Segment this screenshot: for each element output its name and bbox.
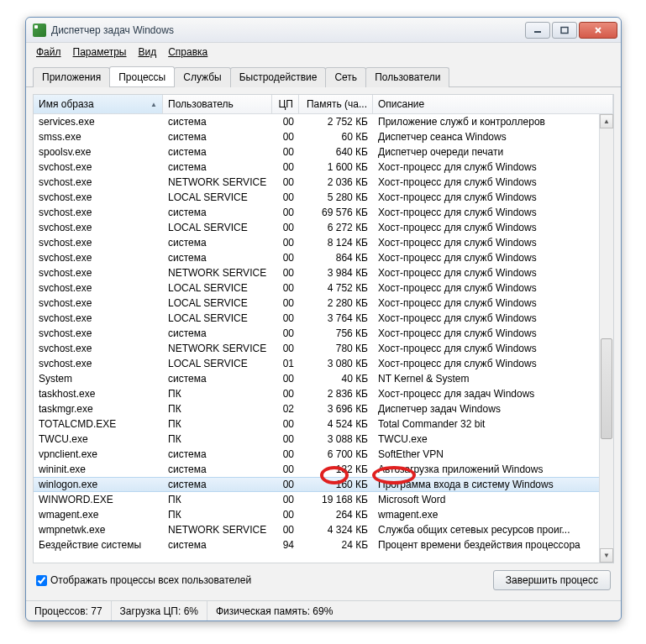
table-row[interactable]: svchost.exeLOCAL SERVICE006 272 КБХост-п… [34, 220, 613, 235]
bottom-controls: Отображать процессы всех пользователей З… [33, 563, 614, 594]
table-row[interactable]: svchost.exeNETWORK SERVICE003 984 КБХост… [34, 265, 613, 280]
table-row[interactable]: svchost.exeNETWORK SERVICE002 036 КБХост… [34, 175, 613, 190]
tab-perf[interactable]: Быстродействие [230, 67, 327, 87]
table-row[interactable]: Systemсистема0040 КБNT Kernel & System [34, 371, 613, 386]
table-row[interactable]: svchost.exeсистема00864 КБХост-процесс д… [34, 250, 613, 265]
cell-image: vpnclient.exe [34, 448, 163, 460]
table-row[interactable]: wininit.exeсистема00132 КБАвтозагрузка п… [34, 462, 613, 477]
minimize-button[interactable] [525, 22, 550, 39]
table-row[interactable]: svchost.exeсистема008 124 КБХост-процесс… [34, 235, 613, 250]
show-all-users-checkbox[interactable]: Отображать процессы всех пользователей [36, 574, 486, 586]
cell-image: TOTALCMD.EXE [34, 418, 163, 430]
end-process-button[interactable]: Завершить процесс [493, 570, 611, 590]
menu-file[interactable]: Файл [31, 45, 66, 60]
cell-user: ПК [163, 388, 272, 400]
cell-user: система [163, 327, 272, 339]
table-row[interactable]: TWCU.exeПК003 088 КБTWCU.exe [34, 432, 613, 447]
table-row[interactable]: vpnclient.exeсистема006 700 КБSoftEther … [34, 447, 613, 462]
tab-net[interactable]: Сеть [325, 67, 366, 87]
cell-mem: 40 КБ [299, 373, 373, 385]
table-row[interactable]: svchost.exeсистема00756 КБХост-процесс д… [34, 326, 613, 341]
cell-desc: Хост-процесс для служб Windows [373, 358, 613, 369]
cell-cpu: 00 [272, 327, 299, 339]
table-row[interactable]: spoolsv.exeсистема00640 КБДиспетчер очер… [34, 144, 613, 160]
cell-mem: 1 600 КБ [299, 161, 373, 173]
cell-desc: Хост-процесс для служб Windows [373, 327, 613, 339]
col-user[interactable]: Пользователь [163, 95, 272, 113]
table-row[interactable]: svchost.exeLOCAL SERVICE002 280 КБХост-п… [34, 296, 613, 311]
cell-desc: Автозагрузка приложений Windows [373, 463, 613, 475]
cell-cpu: 00 [272, 282, 299, 294]
col-mem[interactable]: Память (ча... [299, 95, 373, 113]
tab-users[interactable]: Пользователи [365, 67, 449, 87]
cell-image: svchost.exe [34, 282, 163, 294]
vertical-scrollbar[interactable]: ▲ ▼ [599, 114, 613, 563]
cell-image: wininit.exe [34, 463, 163, 475]
svg-rect-1 [561, 27, 568, 33]
table-row[interactable]: services.exeсистема002 752 КБПриложение … [34, 114, 613, 129]
cell-cpu: 00 [272, 146, 299, 158]
col-image[interactable]: Имя образа▲ [34, 95, 163, 113]
cell-cpu: 00 [272, 131, 299, 143]
cell-image: svchost.exe [34, 207, 163, 218]
cell-mem: 864 КБ [299, 252, 373, 264]
cell-cpu: 00 [272, 509, 299, 521]
table-row[interactable]: taskmgr.exeПК023 696 КБДиспетчер задач W… [34, 401, 613, 416]
titlebar[interactable]: Диспетчер задач Windows [26, 18, 621, 43]
statusbar: Процессов: 77 Загрузка ЦП: 6% Физическая… [26, 600, 621, 620]
tab-services[interactable]: Службы [174, 67, 230, 87]
table-row[interactable]: svchost.exeLOCAL SERVICE003 764 КБХост-п… [34, 311, 613, 326]
cell-user: NETWORK SERVICE [163, 267, 272, 279]
scroll-down-button[interactable]: ▼ [600, 548, 613, 563]
table-row[interactable]: svchost.exeсистема0069 576 КБХост-процес… [34, 205, 613, 220]
tab-apps[interactable]: Приложения [33, 67, 110, 87]
cell-image: spoolsv.exe [34, 146, 163, 158]
cell-user: система [163, 252, 272, 264]
col-cpu[interactable]: ЦП [272, 95, 299, 113]
cell-cpu: 00 [272, 373, 299, 385]
table-row[interactable]: Бездействие системысистема9424 КБПроцент… [34, 537, 613, 552]
menu-view[interactable]: Вид [133, 45, 161, 60]
window-title: Диспетчер задач Windows [51, 24, 523, 36]
cell-user: система [163, 237, 272, 249]
table-row[interactable]: svchost.exeLOCAL SERVICE005 280 КБХост-п… [34, 190, 613, 205]
table-row[interactable]: svchost.exeLOCAL SERVICE013 080 КБХост-п… [34, 356, 613, 371]
cell-user: система [163, 479, 272, 490]
cell-cpu: 00 [272, 237, 299, 249]
scroll-thumb[interactable] [601, 338, 612, 439]
cell-user: система [163, 539, 272, 551]
col-desc[interactable]: Описание [373, 95, 613, 113]
tab-content: Имя образа▲ Пользователь ЦП Память (ча..… [26, 87, 621, 600]
cell-image: svchost.exe [34, 312, 163, 324]
cell-mem: 3 984 КБ [299, 267, 373, 279]
menu-options[interactable]: Параметры [68, 45, 132, 60]
maximize-button[interactable] [552, 22, 577, 39]
table-row[interactable]: winlogon.exeсистема00160 КБПрограмма вхо… [34, 477, 613, 492]
table-row[interactable]: svchost.exeсистема001 600 КБХост-процесс… [34, 160, 613, 175]
cell-user: система [163, 463, 272, 475]
show-all-users-input[interactable] [36, 575, 47, 586]
cell-cpu: 00 [272, 191, 299, 203]
tab-procs[interactable]: Процессы [109, 66, 175, 86]
cell-mem: 19 168 КБ [299, 494, 373, 505]
table-row[interactable]: svchost.exeNETWORK SERVICE00780 КБХост-п… [34, 341, 613, 356]
table-row[interactable]: wmagent.exeПК00264 КБwmagent.exe [34, 507, 613, 522]
cell-desc: Служба общих сетевых ресурсов проиг... [373, 524, 613, 536]
menu-help[interactable]: Справка [163, 45, 213, 60]
cell-mem: 640 КБ [299, 146, 373, 158]
cell-image: svchost.exe [34, 343, 163, 354]
table-row[interactable]: TOTALCMD.EXEПК004 524 КБTotal Commander … [34, 416, 613, 432]
table-row[interactable]: svchost.exeLOCAL SERVICE004 752 КБХост-п… [34, 280, 613, 296]
table-body[interactable]: services.exeсистема002 752 КБПриложение … [34, 114, 613, 563]
status-processes: Процессов: 77 [26, 601, 112, 620]
status-cpu: Загрузка ЦП: 6% [112, 601, 207, 620]
table-row[interactable]: WINWORD.EXEПК0019 168 КБMicrosoft Word [34, 492, 613, 507]
cell-desc: Хост-процесс для служб Windows [373, 191, 613, 203]
table-row[interactable]: taskhost.exeПК002 836 КБХост-процесс для… [34, 386, 613, 401]
cell-cpu: 00 [272, 267, 299, 279]
cell-desc: SoftEther VPN [373, 448, 613, 460]
table-row[interactable]: wmpnetwk.exeNETWORK SERVICE004 324 КБСлу… [34, 522, 613, 537]
table-row[interactable]: smss.exeсистема0060 КБДиспетчер сеанса W… [34, 129, 613, 144]
close-button[interactable] [579, 22, 617, 39]
scroll-up-button[interactable]: ▲ [600, 114, 613, 128]
